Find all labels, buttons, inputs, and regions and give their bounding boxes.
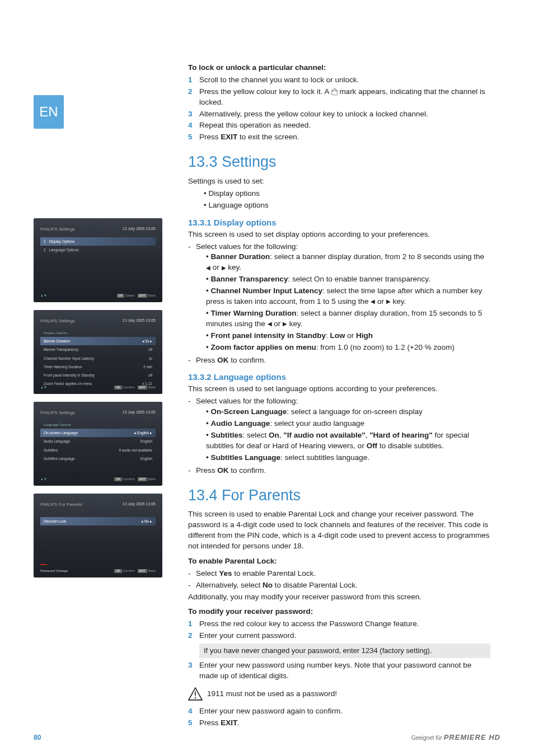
svg-point-2 [195,697,196,699]
thumb-display-options: PHILIPS Settings 13 July 2005 13:05 Disp… [34,310,162,394]
lock-icon [331,88,338,95]
enable-parental-heading: To enable Parental Lock: [188,556,490,567]
language-tab: EN [34,95,64,129]
lock-steps: 1Scroll to the channel you want to lock … [188,75,490,143]
thumb-settings: PHILIPS Settings 13 July 2005 13:05 1Dis… [34,218,162,302]
section-13-4: 13.4 For Parents [188,485,490,506]
warning-1911: 1911 must not be used as a password! [188,687,490,701]
page-footer: 80 Geeignet für PREMIERE HD [34,732,500,743]
modify-password-heading: To modify your receiver password: [188,607,490,617]
lock-heading: To lock or unlock a particular channel: [188,63,490,73]
page-number: 80 [34,733,41,743]
thumb-for-parents: PHILIPS For Parents 13 July 2005 13:05 D… [34,494,162,577]
section-13-3-1: 13.3.1 Display options [188,217,490,228]
sidebar-thumbnails: PHILIPS Settings 13 July 2005 13:05 1Dis… [34,218,162,585]
info-default-password: If you have never changed your password,… [199,644,490,658]
left-arrow-icon: ◀ [206,264,210,272]
warning-icon [188,687,203,701]
right-arrow-icon: ▶ [222,264,226,272]
main-content: To lock or unlock a particular channel: … [188,59,490,730]
thumb-language-options: PHILIPS Settings 13 July 2005 13:05 Lang… [34,402,162,486]
section-13-3: 13.3 Settings [188,152,490,173]
section-13-3-2: 13.3.2 Language options [188,371,490,383]
